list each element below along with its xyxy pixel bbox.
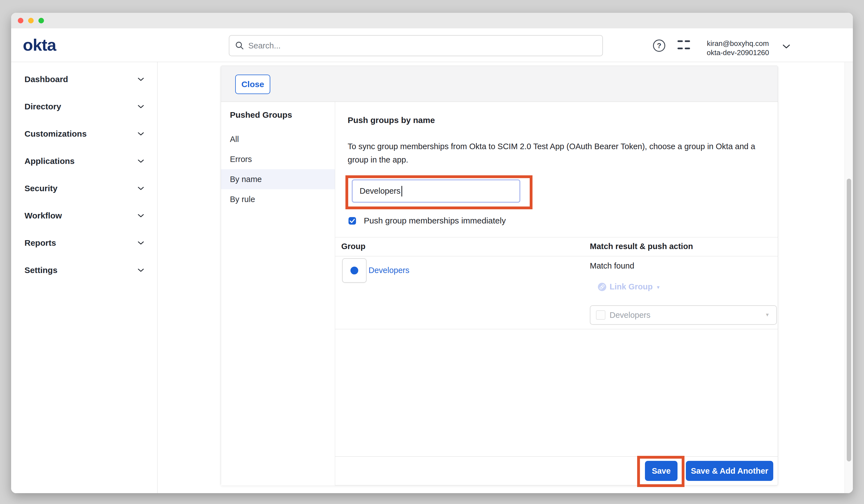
dialog-footer: Save Save & Add Another: [335, 456, 778, 485]
link-group-caret-icon: ▼: [656, 284, 661, 290]
select-caret-icon: ▼: [765, 312, 770, 318]
window-titlebar: [11, 13, 853, 28]
panel-description: To sync group memberships from Okta to S…: [348, 140, 771, 166]
group-circle-icon: [350, 267, 358, 274]
link-group-dropdown-button[interactable]: Link Group ▼: [598, 282, 661, 291]
pushed-groups-item-errors[interactable]: Errors: [221, 149, 335, 169]
sidebar-item-settings[interactable]: Settings: [11, 260, 157, 280]
sidebar-item-directory[interactable]: Directory: [11, 97, 157, 117]
close-button[interactable]: Close: [235, 75, 270, 94]
okta-logo[interactable]: okta: [23, 35, 56, 55]
account-menu[interactable]: kiran@boxyhq.com okta-dev-20901260: [696, 39, 780, 57]
pushed-groups-title: Pushed Groups: [230, 110, 292, 120]
sidebar-nav: Dashboard Directory Customizations Appli…: [11, 62, 158, 493]
pushed-groups-item-all[interactable]: All: [221, 129, 335, 149]
window-zoom-button[interactable]: [38, 18, 44, 23]
column-header-match-result: Match result & push action: [590, 242, 693, 251]
pushed-groups-item-by-name[interactable]: By name: [221, 169, 335, 189]
push-immediately-label: Push group memberships immediately: [364, 216, 506, 225]
save-add-another-button[interactable]: Save & Add Another: [686, 461, 773, 481]
table-header-border: [335, 256, 778, 256]
app-header: okta Search... ? kiran@boxyhq.com: [11, 28, 853, 62]
browser-window: okta Search... ? kiran@boxyhq.com: [11, 13, 853, 493]
chevron-down-icon: [138, 132, 144, 136]
sidebar-item-dashboard[interactable]: Dashboard: [11, 69, 157, 89]
sidebar-item-customizations[interactable]: Customizations: [11, 124, 157, 144]
push-immediately-checkbox[interactable]: [348, 217, 356, 225]
vertical-scrollbar: [844, 62, 853, 493]
chevron-down-icon: [138, 268, 144, 272]
group-icon-card: [342, 258, 367, 283]
sidebar-item-security[interactable]: Security: [11, 178, 157, 199]
table-row-border: [335, 329, 778, 329]
panel-heading: Push groups by name: [348, 116, 435, 125]
chevron-down-icon: [138, 214, 144, 218]
sidebar-item-applications[interactable]: Applications: [11, 151, 157, 171]
sidebar-item-reports[interactable]: Reports: [11, 233, 157, 253]
app-group-select[interactable]: Developers ▼: [590, 305, 777, 325]
account-chevron-down-icon[interactable]: [783, 45, 790, 49]
dialog-toolbar: Close: [221, 66, 778, 102]
app-group-selected-value: Developers: [610, 311, 650, 320]
group-name-link[interactable]: Developers: [369, 266, 409, 275]
global-search-input[interactable]: Search...: [229, 35, 603, 56]
desktop: okta Search... ? kiran@boxyhq.com: [0, 0, 864, 504]
group-name-input-value: Developers: [360, 187, 400, 196]
link-icon: [598, 283, 606, 291]
search-placeholder: Search...: [248, 41, 280, 50]
chevron-down-icon: [138, 159, 144, 163]
column-header-group: Group: [341, 242, 365, 251]
push-by-name-panel: Push groups by name To sync group member…: [335, 102, 778, 485]
chevron-down-icon: [138, 77, 144, 81]
pushed-groups-list: All Errors By name By rule: [221, 129, 335, 209]
app-group-placeholder-icon: [596, 310, 605, 320]
push-groups-dialog: Close Pushed Groups All Errors By name B…: [221, 66, 778, 485]
apps-grid-icon[interactable]: [677, 38, 690, 52]
pushed-groups-panel: Pushed Groups All Errors By name By rule: [221, 102, 335, 485]
text-cursor: [401, 186, 402, 196]
account-email: kiran@boxyhq.com: [696, 39, 780, 48]
account-org: okta-dev-20901260: [696, 48, 780, 57]
window-minimize-button[interactable]: [28, 18, 34, 23]
push-immediately-row: Push group memberships immediately: [348, 216, 506, 225]
match-result-text: Match found: [590, 261, 634, 271]
chevron-down-icon: [138, 187, 144, 190]
checkmark-icon: [348, 217, 356, 225]
sidebar-item-workflow[interactable]: Workflow: [11, 206, 157, 226]
pushed-groups-item-by-rule[interactable]: By rule: [221, 189, 335, 209]
window-close-button[interactable]: [18, 18, 23, 23]
link-group-label: Link Group: [610, 282, 653, 291]
help-icon[interactable]: ?: [653, 39, 665, 52]
scrollbar-thumb[interactable]: [847, 179, 851, 461]
group-name-input[interactable]: Developers: [352, 180, 520, 203]
main-page: Close Pushed Groups All Errors By name B…: [158, 62, 853, 493]
chevron-down-icon: [138, 105, 144, 109]
chevron-down-icon: [138, 241, 144, 245]
save-button[interactable]: Save: [645, 461, 677, 481]
search-icon: [235, 41, 244, 50]
